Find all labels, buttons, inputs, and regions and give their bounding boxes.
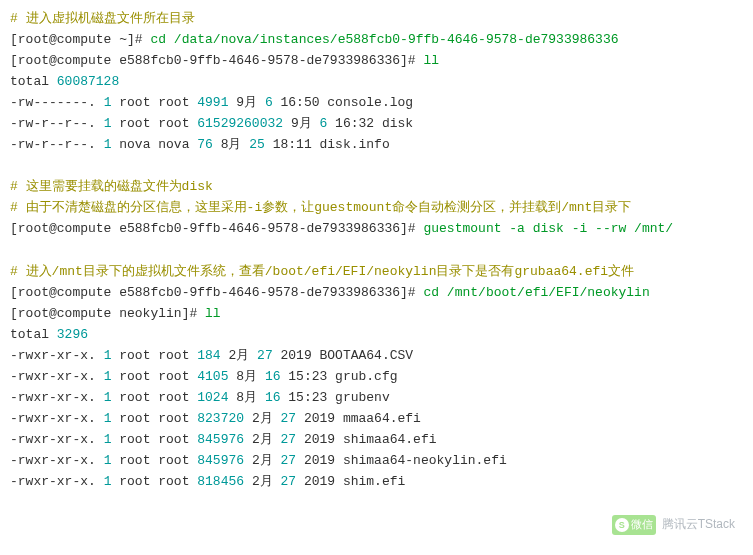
file-day: 16 (265, 369, 281, 384)
file-owner: root root (111, 411, 197, 426)
shell-line: [root@compute ~]# cd /data/nova/instance… (10, 29, 743, 50)
file-name: shimaa64.efi (335, 432, 436, 447)
comment-disk-file: # 这里需要挂载的磁盘文件为disk (10, 179, 213, 194)
file-month: 2月 (244, 432, 280, 447)
ls-row: -rwxr-xr-x. 1 root root 1024 8月 16 15:23… (10, 387, 743, 408)
total-label: total (10, 327, 57, 342)
file-name: disk (374, 116, 413, 131)
file-owner: root root (111, 369, 197, 384)
comment-enter-mnt: # 进入/mnt目录下的虚拟机文件系统，查看/boot/efi/EFI/neok… (10, 264, 634, 279)
file-size: 823720 (197, 411, 244, 426)
file-owner: root root (111, 95, 197, 110)
shell-line: [root@compute e588fcb0-9ffb-4646-9578-de… (10, 218, 743, 239)
file-time: 2019 (273, 348, 312, 363)
file-name: grubenv (327, 390, 389, 405)
file-size: 184 (197, 348, 220, 363)
file-month: 9月 (228, 95, 264, 110)
file-size: 61529260032 (197, 116, 283, 131)
file-time: 2019 (296, 432, 335, 447)
file-size: 845976 (197, 453, 244, 468)
prompt-instance: [root@compute e588fcb0-9ffb-4646-9578-de… (10, 221, 423, 236)
file-day: 27 (280, 411, 296, 426)
file-size: 1024 (197, 390, 228, 405)
ls-row: -rw-r--r--. 1 root root 61529260032 9月 6… (10, 113, 743, 134)
cmd-guestmount: guestmount -a disk -i --rw /mnt/ (423, 221, 673, 236)
file-perm: -rwxr-xr-x. (10, 453, 104, 468)
shell-line: [root@compute e588fcb0-9ffb-4646-9578-de… (10, 282, 743, 303)
ls-row: -rwxr-xr-x. 1 root root 184 2月 27 2019 B… (10, 345, 743, 366)
file-owner: root root (111, 390, 197, 405)
file-month: 8月 (228, 369, 264, 384)
ls-row: -rwxr-xr-x. 1 root root 845976 2月 27 201… (10, 429, 743, 450)
file-time: 2019 (296, 453, 335, 468)
cmd-ll: ll (423, 53, 439, 68)
comment-enter-dir: # 进入虚拟机磁盘文件所在目录 (10, 11, 195, 26)
file-size: 845976 (197, 432, 244, 447)
ls-row: -rwxr-xr-x. 1 root root 818456 2月 27 201… (10, 471, 743, 492)
file-day: 27 (280, 453, 296, 468)
file-day: 27 (257, 348, 273, 363)
file-time: 15:23 (281, 369, 328, 384)
file-size: 76 (197, 137, 213, 152)
file-day: 27 (280, 432, 296, 447)
ls-row: -rwxr-xr-x. 1 root root 823720 2月 27 201… (10, 408, 743, 429)
file-owner: root root (111, 116, 197, 131)
file-perm: -rwxr-xr-x. (10, 348, 104, 363)
file-month: 2月 (221, 348, 257, 363)
file-size: 818456 (197, 474, 244, 489)
file-time: 18:11 (265, 137, 312, 152)
shell-line: [root@compute neokylin]# ll (10, 303, 743, 324)
file-name: disk.info (312, 137, 390, 152)
file-size: 4105 (197, 369, 228, 384)
cmd-ll: ll (205, 306, 221, 321)
ls-row: -rw-------. 1 root root 4991 9月 6 16:50 … (10, 92, 743, 113)
file-perm: -rwxr-xr-x. (10, 390, 104, 405)
file-owner: root root (111, 474, 197, 489)
file-perm: -rwxr-xr-x. (10, 432, 104, 447)
total-label: total (10, 74, 57, 89)
total-line: total 60087128 (10, 71, 743, 92)
prompt-instance: [root@compute e588fcb0-9ffb-4646-9578-de… (10, 53, 423, 68)
file-month: 8月 (213, 137, 249, 152)
file-owner: root root (111, 432, 197, 447)
file-perm: -rwxr-xr-x. (10, 411, 104, 426)
file-time: 2019 (296, 474, 335, 489)
file-owner: root root (111, 348, 197, 363)
file-time: 16:50 (273, 95, 320, 110)
file-perm: -rw-------. (10, 95, 104, 110)
file-perm: -rwxr-xr-x. (10, 369, 104, 384)
ls-row: -rwxr-xr-x. 1 root root 4105 8月 16 15:23… (10, 366, 743, 387)
file-day: 25 (249, 137, 265, 152)
file-time: 15:23 (281, 390, 328, 405)
file-time: 2019 (296, 411, 335, 426)
file-owner: nova nova (111, 137, 197, 152)
file-month: 2月 (244, 453, 280, 468)
file-time: 16:32 (327, 116, 374, 131)
file-perm: -rwxr-xr-x. (10, 474, 104, 489)
file-name: mmaa64.efi (335, 411, 421, 426)
prompt-instance: [root@compute e588fcb0-9ffb-4646-9578-de… (10, 285, 423, 300)
file-month: 8月 (228, 390, 264, 405)
file-month: 2月 (244, 411, 280, 426)
comment-guestmount: # 由于不清楚磁盘的分区信息，这里采用-i参数，让guestmount命令自动检… (10, 200, 631, 215)
file-day: 16 (265, 390, 281, 405)
file-day: 27 (280, 474, 296, 489)
file-size: 4991 (197, 95, 228, 110)
prompt-home: [root@compute ~]# (10, 32, 150, 47)
file-perm: -rw-r--r--. (10, 116, 104, 131)
total-value: 60087128 (57, 74, 119, 89)
ls-row: -rw-r--r--. 1 nova nova 76 8月 25 18:11 d… (10, 134, 743, 155)
file-perm: -rw-r--r--. (10, 137, 104, 152)
file-name: shimaa64-neokylin.efi (335, 453, 507, 468)
file-owner: root root (111, 453, 197, 468)
total-line: total 3296 (10, 324, 743, 345)
file-month: 2月 (244, 474, 280, 489)
file-day: 6 (265, 95, 273, 110)
file-name: shim.efi (335, 474, 405, 489)
cmd-cd-instance: cd /data/nova/instances/e588fcb0-9ffb-46… (150, 32, 618, 47)
shell-line: [root@compute e588fcb0-9ffb-4646-9578-de… (10, 50, 743, 71)
file-month: 9月 (283, 116, 319, 131)
cmd-cd-neokylin: cd /mnt/boot/efi/EFI/neokylin (423, 285, 649, 300)
file-name: grub.cfg (327, 369, 397, 384)
file-name: BOOTAA64.CSV (312, 348, 413, 363)
